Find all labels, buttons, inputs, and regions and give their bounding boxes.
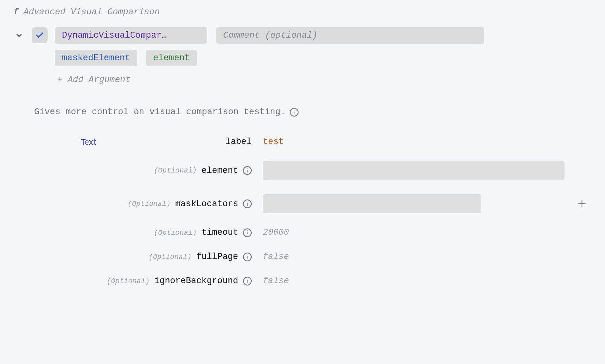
step-description: Gives more control on visual comparison …	[34, 107, 592, 117]
step-title: Advanced Visual Comparison	[23, 7, 160, 17]
expand-chevron[interactable]	[13, 30, 25, 41]
param-row-fullpage: (Optional) fullPage i false	[13, 252, 592, 262]
function-icon: f	[13, 7, 19, 17]
optional-tag: (Optional)	[107, 277, 150, 285]
info-icon[interactable]: i	[243, 277, 252, 285]
param-row-ignorebackground: (Optional) ignoreBackground i false	[13, 276, 592, 286]
parameters-section: Text label test (Optional) element i (Op…	[13, 137, 592, 286]
param-input-masklocators[interactable]	[263, 194, 481, 213]
info-icon[interactable]: i	[243, 228, 252, 237]
keyword-pill[interactable]: DynamicVisualCompar…	[55, 27, 207, 44]
param-row-timeout: (Optional) timeout i 20000	[13, 228, 592, 238]
param-name: fullPage	[196, 252, 238, 262]
step-enabled-checkbox[interactable]	[32, 27, 48, 43]
param-row-element: (Optional) element i	[13, 161, 592, 180]
argument-value-pill[interactable]: element	[146, 50, 197, 66]
comment-field[interactable]: Comment (optional)	[216, 27, 484, 44]
param-input-element[interactable]	[263, 161, 565, 180]
param-name: label	[225, 137, 252, 147]
info-icon[interactable]: i	[290, 108, 299, 117]
optional-tag: (Optional)	[128, 200, 171, 208]
param-value[interactable]: 20000	[263, 228, 565, 238]
info-icon[interactable]: i	[243, 199, 252, 208]
step-description-text: Gives more control on visual comparison …	[34, 107, 286, 117]
param-name: element	[202, 166, 238, 176]
type-tag[interactable]: Text	[81, 138, 96, 146]
param-name: timeout	[202, 228, 238, 238]
optional-tag: (Optional)	[154, 167, 197, 174]
param-value[interactable]: false	[263, 252, 565, 262]
optional-tag: (Optional)	[148, 253, 191, 261]
info-icon[interactable]: i	[243, 166, 252, 175]
argument-name-pill[interactable]: maskedElement	[55, 50, 137, 66]
step-main-row: DynamicVisualCompar… Comment (optional) …	[13, 27, 592, 87]
step-pills-column: DynamicVisualCompar… Comment (optional) …	[55, 27, 484, 87]
optional-tag: (Optional)	[154, 229, 197, 237]
add-argument-button[interactable]: + Add Argument	[55, 73, 484, 87]
param-name: ignoreBackground	[154, 276, 238, 286]
add-locator-button[interactable]	[576, 197, 588, 210]
step-editor-card: f Advanced Visual Comparison DynamicVisu…	[0, 0, 605, 298]
param-row-masklocators: (Optional) maskLocators i	[13, 194, 592, 213]
param-name: maskLocators	[175, 199, 238, 209]
param-value[interactable]: false	[263, 276, 565, 286]
step-title-row: f Advanced Visual Comparison	[13, 7, 592, 17]
param-value[interactable]: test	[263, 137, 284, 147]
param-row-label: Text label test	[13, 137, 592, 147]
info-icon[interactable]: i	[243, 253, 252, 261]
